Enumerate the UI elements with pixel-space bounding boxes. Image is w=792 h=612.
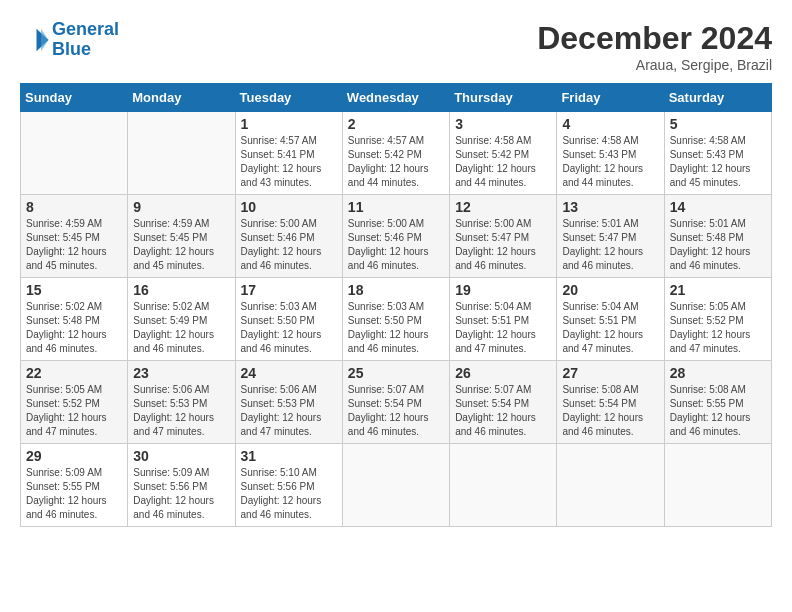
calendar-day-cell: 20Sunrise: 5:04 AMSunset: 5:51 PMDayligh…	[557, 278, 664, 361]
day-number: 14	[670, 199, 766, 215]
day-info: Sunrise: 5:05 AMSunset: 5:52 PMDaylight:…	[670, 300, 766, 356]
day-number: 5	[670, 116, 766, 132]
day-info: Sunrise: 5:00 AMSunset: 5:46 PMDaylight:…	[348, 217, 444, 273]
day-number: 1	[241, 116, 337, 132]
day-number: 22	[26, 365, 122, 381]
calendar-day-cell: 14Sunrise: 5:01 AMSunset: 5:48 PMDayligh…	[664, 195, 771, 278]
calendar-header: SundayMondayTuesdayWednesdayThursdayFrid…	[21, 84, 772, 112]
calendar-day-cell: 27Sunrise: 5:08 AMSunset: 5:54 PMDayligh…	[557, 361, 664, 444]
day-info: Sunrise: 5:06 AMSunset: 5:53 PMDaylight:…	[133, 383, 229, 439]
day-number: 2	[348, 116, 444, 132]
day-info: Sunrise: 5:02 AMSunset: 5:48 PMDaylight:…	[26, 300, 122, 356]
day-number: 3	[455, 116, 551, 132]
month-title: December 2024	[537, 20, 772, 57]
day-info: Sunrise: 5:05 AMSunset: 5:52 PMDaylight:…	[26, 383, 122, 439]
weekday-header: Saturday	[664, 84, 771, 112]
calendar-day-cell	[21, 112, 128, 195]
calendar-day-cell: 4Sunrise: 4:58 AMSunset: 5:43 PMDaylight…	[557, 112, 664, 195]
calendar-day-cell: 15Sunrise: 5:02 AMSunset: 5:48 PMDayligh…	[21, 278, 128, 361]
day-info: Sunrise: 4:57 AMSunset: 5:42 PMDaylight:…	[348, 134, 444, 190]
day-number: 13	[562, 199, 658, 215]
day-number: 31	[241, 448, 337, 464]
calendar-day-cell: 1Sunrise: 4:57 AMSunset: 5:41 PMDaylight…	[235, 112, 342, 195]
day-number: 26	[455, 365, 551, 381]
calendar-day-cell: 17Sunrise: 5:03 AMSunset: 5:50 PMDayligh…	[235, 278, 342, 361]
day-info: Sunrise: 4:59 AMSunset: 5:45 PMDaylight:…	[133, 217, 229, 273]
calendar-day-cell: 31Sunrise: 5:10 AMSunset: 5:56 PMDayligh…	[235, 444, 342, 527]
calendar-week-row: 15Sunrise: 5:02 AMSunset: 5:48 PMDayligh…	[21, 278, 772, 361]
day-info: Sunrise: 5:01 AMSunset: 5:48 PMDaylight:…	[670, 217, 766, 273]
calendar-day-cell: 25Sunrise: 5:07 AMSunset: 5:54 PMDayligh…	[342, 361, 449, 444]
day-number: 18	[348, 282, 444, 298]
day-info: Sunrise: 5:04 AMSunset: 5:51 PMDaylight:…	[455, 300, 551, 356]
calendar-day-cell	[450, 444, 557, 527]
calendar-day-cell: 5Sunrise: 4:58 AMSunset: 5:43 PMDaylight…	[664, 112, 771, 195]
calendar-day-cell: 3Sunrise: 4:58 AMSunset: 5:42 PMDaylight…	[450, 112, 557, 195]
weekday-header: Sunday	[21, 84, 128, 112]
logo: General Blue	[20, 20, 119, 60]
day-info: Sunrise: 5:09 AMSunset: 5:56 PMDaylight:…	[133, 466, 229, 522]
calendar-day-cell: 26Sunrise: 5:07 AMSunset: 5:54 PMDayligh…	[450, 361, 557, 444]
calendar-day-cell: 30Sunrise: 5:09 AMSunset: 5:56 PMDayligh…	[128, 444, 235, 527]
day-info: Sunrise: 5:07 AMSunset: 5:54 PMDaylight:…	[348, 383, 444, 439]
calendar-table: SundayMondayTuesdayWednesdayThursdayFrid…	[20, 83, 772, 527]
calendar-day-cell	[664, 444, 771, 527]
location: Araua, Sergipe, Brazil	[537, 57, 772, 73]
weekday-header: Tuesday	[235, 84, 342, 112]
calendar-day-cell: 21Sunrise: 5:05 AMSunset: 5:52 PMDayligh…	[664, 278, 771, 361]
day-info: Sunrise: 5:06 AMSunset: 5:53 PMDaylight:…	[241, 383, 337, 439]
calendar-day-cell: 13Sunrise: 5:01 AMSunset: 5:47 PMDayligh…	[557, 195, 664, 278]
calendar-day-cell: 18Sunrise: 5:03 AMSunset: 5:50 PMDayligh…	[342, 278, 449, 361]
calendar-week-row: 1Sunrise: 4:57 AMSunset: 5:41 PMDaylight…	[21, 112, 772, 195]
day-info: Sunrise: 5:01 AMSunset: 5:47 PMDaylight:…	[562, 217, 658, 273]
day-number: 17	[241, 282, 337, 298]
logo-icon	[20, 25, 50, 55]
weekday-row: SundayMondayTuesdayWednesdayThursdayFrid…	[21, 84, 772, 112]
day-number: 29	[26, 448, 122, 464]
weekday-header: Friday	[557, 84, 664, 112]
calendar-day-cell: 24Sunrise: 5:06 AMSunset: 5:53 PMDayligh…	[235, 361, 342, 444]
calendar-day-cell: 11Sunrise: 5:00 AMSunset: 5:46 PMDayligh…	[342, 195, 449, 278]
page-header: General Blue December 2024 Araua, Sergip…	[20, 20, 772, 73]
calendar-day-cell: 8Sunrise: 4:59 AMSunset: 5:45 PMDaylight…	[21, 195, 128, 278]
day-info: Sunrise: 5:03 AMSunset: 5:50 PMDaylight:…	[241, 300, 337, 356]
calendar-day-cell: 12Sunrise: 5:00 AMSunset: 5:47 PMDayligh…	[450, 195, 557, 278]
day-number: 21	[670, 282, 766, 298]
day-info: Sunrise: 5:02 AMSunset: 5:49 PMDaylight:…	[133, 300, 229, 356]
day-number: 25	[348, 365, 444, 381]
day-info: Sunrise: 5:08 AMSunset: 5:54 PMDaylight:…	[562, 383, 658, 439]
day-number: 28	[670, 365, 766, 381]
calendar-day-cell	[128, 112, 235, 195]
day-number: 27	[562, 365, 658, 381]
calendar-day-cell: 10Sunrise: 5:00 AMSunset: 5:46 PMDayligh…	[235, 195, 342, 278]
day-info: Sunrise: 4:58 AMSunset: 5:43 PMDaylight:…	[670, 134, 766, 190]
day-number: 10	[241, 199, 337, 215]
day-number: 11	[348, 199, 444, 215]
weekday-header: Monday	[128, 84, 235, 112]
calendar-day-cell: 22Sunrise: 5:05 AMSunset: 5:52 PMDayligh…	[21, 361, 128, 444]
day-info: Sunrise: 5:07 AMSunset: 5:54 PMDaylight:…	[455, 383, 551, 439]
day-number: 23	[133, 365, 229, 381]
day-number: 16	[133, 282, 229, 298]
day-info: Sunrise: 5:00 AMSunset: 5:46 PMDaylight:…	[241, 217, 337, 273]
title-block: December 2024 Araua, Sergipe, Brazil	[537, 20, 772, 73]
calendar-week-row: 29Sunrise: 5:09 AMSunset: 5:55 PMDayligh…	[21, 444, 772, 527]
day-info: Sunrise: 4:57 AMSunset: 5:41 PMDaylight:…	[241, 134, 337, 190]
weekday-header: Wednesday	[342, 84, 449, 112]
calendar-day-cell: 29Sunrise: 5:09 AMSunset: 5:55 PMDayligh…	[21, 444, 128, 527]
day-number: 15	[26, 282, 122, 298]
calendar-body: 1Sunrise: 4:57 AMSunset: 5:41 PMDaylight…	[21, 112, 772, 527]
calendar-day-cell: 16Sunrise: 5:02 AMSunset: 5:49 PMDayligh…	[128, 278, 235, 361]
day-info: Sunrise: 4:58 AMSunset: 5:42 PMDaylight:…	[455, 134, 551, 190]
svg-marker-1	[41, 29, 49, 52]
day-info: Sunrise: 5:04 AMSunset: 5:51 PMDaylight:…	[562, 300, 658, 356]
calendar-day-cell: 28Sunrise: 5:08 AMSunset: 5:55 PMDayligh…	[664, 361, 771, 444]
day-number: 19	[455, 282, 551, 298]
calendar-day-cell	[342, 444, 449, 527]
calendar-day-cell	[557, 444, 664, 527]
day-number: 4	[562, 116, 658, 132]
day-info: Sunrise: 5:10 AMSunset: 5:56 PMDaylight:…	[241, 466, 337, 522]
day-info: Sunrise: 5:00 AMSunset: 5:47 PMDaylight:…	[455, 217, 551, 273]
day-number: 8	[26, 199, 122, 215]
calendar-day-cell: 23Sunrise: 5:06 AMSunset: 5:53 PMDayligh…	[128, 361, 235, 444]
